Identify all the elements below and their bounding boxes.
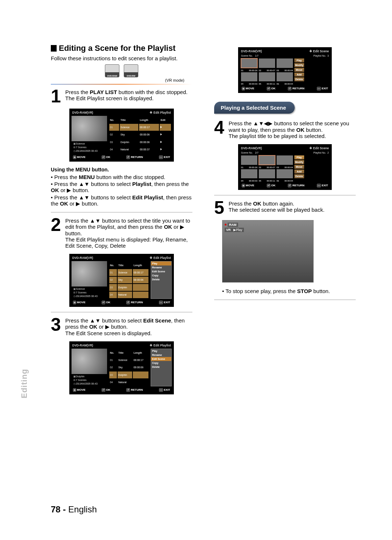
- ui-footer: ◆MOVE ⏎OK ↺RETURN ▭EXIT: [71, 154, 172, 160]
- page-number: 78 -: [51, 504, 66, 514]
- stop-note: • To stop scene play, press the STOP but…: [222, 288, 356, 294]
- divider: [214, 195, 356, 195]
- edit-scene-screen-1: DVD-RAM(VR)❖ Edit Scene Scene No. 1/7Pla…: [238, 47, 332, 93]
- divider-gradient: [51, 84, 192, 85]
- subsection-pill: Playing a Selected Scene: [214, 102, 295, 114]
- intro-text: Follow these instructions to edit scenes…: [51, 55, 192, 61]
- step-number: 2: [51, 218, 61, 232]
- step-body: Press the ▲▼ buttons to select Edit Scen…: [65, 317, 192, 336]
- edit-playlist-screen-3: DVD-RAM(VR)❖ Edit Playlist ▣Dolphin ⊞7 S…: [69, 341, 174, 394]
- step-2: 2 Press the ▲▼ buttons to select the tit…: [51, 218, 192, 249]
- step-1: 1 Press the PLAY LIST button with the di…: [51, 89, 192, 103]
- step-number: 3: [51, 317, 61, 332]
- menu-bullets: • Press the MENU button with the disc st…: [51, 174, 192, 207]
- divider: [51, 212, 192, 212]
- playlist-table: No.TitleLengthEdit 01Science00:00:17 02S…: [109, 116, 172, 154]
- rec-dot-icon: [225, 224, 226, 226]
- edit-scene-screen-2: DVD-RAM(VR)❖ Edit Scene Scene No. 2/7Pla…: [238, 144, 332, 190]
- playback-preview: RAM VR ▶Play: [222, 220, 314, 283]
- step-number: 5: [214, 200, 224, 215]
- step-5: 5 Press the OK button again. The selecte…: [214, 200, 356, 215]
- edit-playlist-screen-2: DVD-RAM(VR)❖ Edit Playlist ▣Science ⊞7 S…: [69, 254, 174, 307]
- page-language: English: [68, 504, 97, 514]
- preview-thumb: [72, 116, 107, 141]
- edit-playlist-screen-1: DVD-RAM(VR)❖ Edit Playlist ▣Science ⊞7 S…: [69, 109, 174, 162]
- divider: [51, 312, 192, 312]
- step-number: 4: [214, 120, 224, 135]
- step-number: 1: [51, 89, 61, 103]
- step-4: 4 Press the ▲▼◀▶ buttons to select the s…: [214, 120, 356, 139]
- scene-buttons: Play Modify Move Add Delete: [294, 58, 304, 81]
- dvd-ram-icon: DVD-RAM: [105, 64, 119, 77]
- edit-submenu: Play Rename Edit Scene Copy Delete: [151, 261, 172, 299]
- title-text: Editing a Scene for the Playlist: [59, 44, 176, 53]
- disc-icons: DVD-RAM DVD-RW: [51, 64, 192, 77]
- step-3: 3 Press the ▲▼ buttons to select Edit Sc…: [51, 317, 192, 336]
- sidebar-tab-label: Editing: [20, 369, 29, 398]
- title-square-icon: [51, 45, 57, 52]
- step-body: Press the OK button again. The selected …: [229, 200, 356, 213]
- ui-header-left: DVD-RAM(VR): [72, 111, 93, 114]
- vr-mode-label: (VR mode): [51, 78, 192, 82]
- section-title: Editing a Scene for the Playlist: [51, 44, 192, 53]
- step-body: Press the ▲▼ buttons to select the title…: [65, 218, 192, 249]
- step-body: Press the ▲▼◀▶ buttons to select the sce…: [229, 120, 356, 139]
- preview-thumb: [72, 261, 107, 287]
- ui-header-right: Edit Playlist: [154, 111, 171, 114]
- preview-thumb: [72, 349, 107, 374]
- menu-subhead: Using the MENU button.: [51, 167, 192, 172]
- playlist-table: No.TitleLength 01Science00:00:17 02Sky00…: [109, 261, 149, 299]
- page-footer: 78 - English: [51, 504, 97, 515]
- step-body: Press the PLAY LIST button with the disc…: [65, 89, 192, 101]
- dvd-rw-icon: DVD-RW: [124, 64, 138, 77]
- preview-meta: ▣Science ⊞7 Scenes ◷20/JAN/2005 06:43: [72, 141, 107, 154]
- divider: [214, 300, 356, 300]
